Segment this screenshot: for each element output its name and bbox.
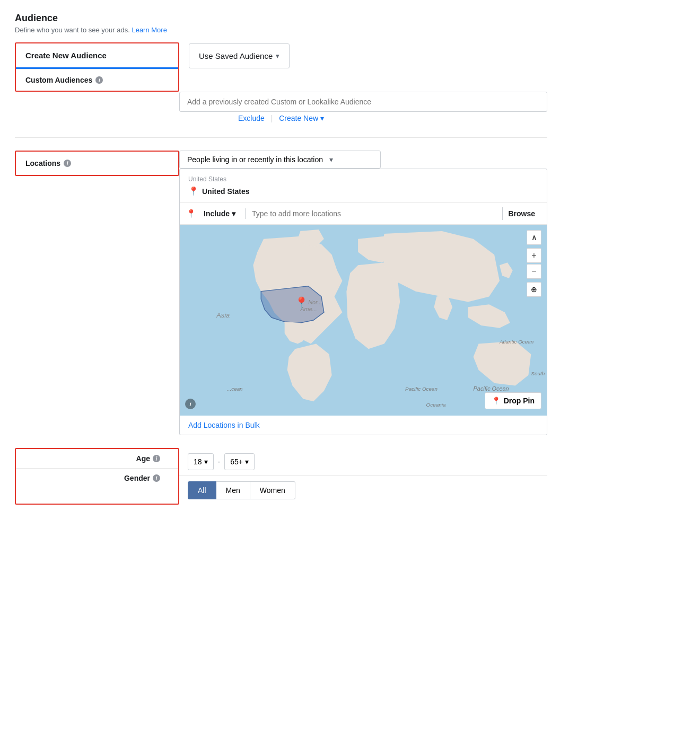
- map-label-south: South: [531, 371, 545, 376]
- age-max-chevron: ▾: [245, 457, 249, 466]
- map-label-pacific: Pacific Ocean: [474, 385, 509, 392]
- create-new-chevron: ▾: [320, 114, 324, 122]
- map-collapse-button[interactable]: ∧: [527, 230, 541, 245]
- page-title: Audience: [15, 13, 547, 24]
- create-new-link[interactable]: Create New ▾: [279, 114, 324, 122]
- map-minus-icon: −: [531, 267, 536, 276]
- locations-info-icon[interactable]: i: [64, 160, 71, 167]
- include-chevron: ▾: [232, 209, 235, 218]
- location-type-dropdown[interactable]: People living in or recently in this loc…: [179, 151, 381, 169]
- custom-audience-input[interactable]: [179, 92, 547, 112]
- tab-create-new[interactable]: Create New Audience: [16, 43, 178, 69]
- age-min-chevron: ▾: [204, 457, 208, 466]
- locate-icon: ⊕: [531, 285, 537, 294]
- map-chevron-up-icon: ∧: [531, 233, 537, 242]
- audience-header: Audience Define who you want to see your…: [15, 13, 547, 34]
- location-panel: United States 📍 United States 📍 Include …: [179, 169, 547, 435]
- location-search-input[interactable]: [252, 209, 498, 218]
- gender-women-button[interactable]: Women: [250, 481, 295, 499]
- map-container: Asia Nor... Ame... Pacific Ocean Pacific…: [180, 225, 547, 416]
- locations-content: People living in or recently in this loc…: [179, 151, 547, 435]
- gender-controls-row: All Men Women: [179, 476, 547, 505]
- custom-audiences-info-icon[interactable]: i: [95, 76, 103, 84]
- include-separator: [245, 208, 246, 219]
- section-divider: [15, 137, 547, 138]
- map-svg: Asia Nor... Ame... Pacific Ocean Pacific…: [180, 225, 547, 416]
- age-max-select[interactable]: 65+ ▾: [224, 453, 255, 470]
- map-label-oceania: Oceania: [426, 402, 446, 408]
- exclude-link[interactable]: Exclude: [238, 114, 265, 122]
- map-locate-button[interactable]: ⊕: [527, 282, 541, 297]
- age-gender-label-box: Age i Gender i: [15, 448, 179, 505]
- gender-all-button[interactable]: All: [188, 481, 216, 499]
- saved-audience-chevron: ▾: [276, 52, 279, 60]
- locations-section: Locations i People living in or recently…: [15, 151, 547, 435]
- add-locations-bulk-link[interactable]: Add Locations in Bulk: [188, 421, 260, 429]
- include-pin-icon: 📍: [186, 209, 196, 218]
- age-label-row: Age i: [16, 449, 178, 469]
- browse-button[interactable]: Browse: [502, 207, 540, 220]
- map-controls: ∧ + − ⊕: [527, 230, 541, 297]
- gender-info-icon[interactable]: i: [153, 474, 160, 482]
- us-chip: 📍 United States: [188, 186, 249, 196]
- map-label-atlantic: Atlantic Ocean: [499, 339, 534, 345]
- age-info-icon[interactable]: i: [153, 455, 160, 462]
- age-gender-section: Age i Gender i 18 ▾ -: [15, 448, 547, 505]
- us-map-pin: 📍: [294, 296, 309, 310]
- gender-men-button[interactable]: Men: [216, 481, 250, 499]
- drop-pin-button[interactable]: 📍 Drop Pin: [485, 392, 541, 409]
- us-pin-icon: 📍: [188, 186, 199, 196]
- drop-pin-icon: 📍: [492, 397, 501, 405]
- custom-audiences-label: Custom Audiences: [25, 76, 92, 84]
- map-label-northamerica: Nor...: [308, 299, 322, 305]
- age-gender-controls: 18 ▾ - 65+ ▾ All Men Women: [179, 448, 547, 505]
- age-min-select[interactable]: 18 ▾: [188, 453, 214, 470]
- include-button[interactable]: Include ▾: [200, 207, 239, 220]
- include-row: 📍 Include ▾ Browse: [180, 203, 547, 225]
- locations-label-box: Locations i: [15, 151, 179, 176]
- map-plus-icon: +: [531, 251, 536, 260]
- map-zoom-out-button[interactable]: −: [527, 264, 541, 279]
- map-zoom-in-button[interactable]: +: [527, 248, 541, 263]
- map-label-ocean: ...cean: [227, 386, 243, 392]
- learn-more-link[interactable]: Learn More: [132, 26, 167, 34]
- age-controls-row: 18 ▾ - 65+ ▾: [179, 448, 547, 476]
- map-label-pacific2: Pacific Ocean: [405, 386, 438, 392]
- map-info-watermark[interactable]: i: [185, 399, 196, 409]
- audience-subtitle: Define who you want to see your ads. Lea…: [15, 26, 547, 34]
- location-dropdown-chevron: ▾: [329, 155, 333, 164]
- gender-label-row: Gender i: [16, 469, 178, 488]
- map-label-asia: Asia: [216, 311, 230, 319]
- tab-use-saved[interactable]: Use Saved Audience ▾: [189, 43, 290, 68]
- add-locations-bulk: Add Locations in Bulk: [180, 416, 547, 435]
- exclude-row: Exclude | Create New ▾: [15, 114, 547, 122]
- us-area: United States 📍 United States: [180, 169, 547, 203]
